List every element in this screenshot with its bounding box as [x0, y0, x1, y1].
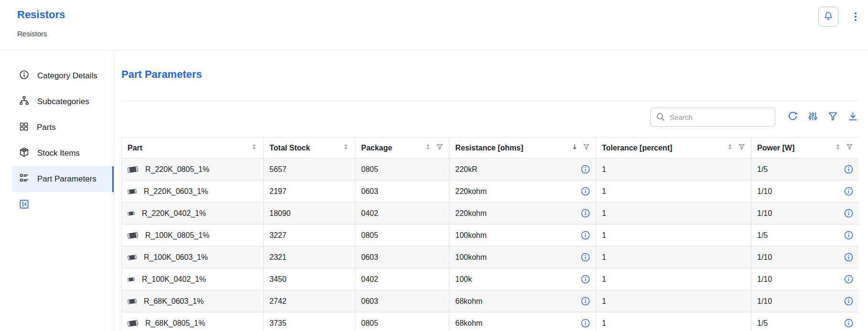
resistance-info-icon[interactable]: [581, 231, 590, 240]
column-filter-icon[interactable]: [583, 143, 590, 152]
table-row[interactable]: R_220K_0805_1%56570805220kR11/5: [122, 159, 859, 181]
power-info-icon[interactable]: [844, 187, 853, 196]
grid-icon: [19, 121, 29, 134]
cell-tolerance: 1: [596, 290, 751, 312]
resistance-info-icon[interactable]: [581, 319, 590, 328]
cell-package: 0805: [355, 224, 450, 246]
box-icon: [19, 147, 30, 160]
column-filter-icon[interactable]: [738, 143, 745, 152]
more-options-button[interactable]: [850, 11, 861, 23]
cell-total-stock: 2742: [264, 290, 355, 312]
cell-resistance: 220kohm: [450, 181, 596, 203]
cell-power: 1/10: [751, 203, 859, 224]
power-info-icon[interactable]: [844, 209, 853, 218]
resistance-info-icon[interactable]: [581, 187, 590, 196]
filter-button[interactable]: [827, 111, 838, 123]
cell-resistance: 68kohm: [450, 290, 596, 312]
cell-total-stock: 3450: [264, 268, 355, 290]
resistance-info-icon[interactable]: [581, 209, 590, 218]
sort-icon[interactable]: [425, 143, 431, 152]
table-toolbar: [650, 107, 858, 127]
resistance-value: 100kohm: [455, 253, 487, 262]
cell-part: R_100K_0805_1%: [122, 224, 264, 246]
cell-part: R_220K_0603_1%: [122, 181, 264, 203]
power-value: 1/5: [757, 319, 768, 328]
resistance-value: 220kR: [455, 165, 477, 174]
column-header[interactable]: Part: [122, 138, 264, 159]
sort-icon[interactable]: [343, 143, 349, 152]
table-row[interactable]: R_220K_0402_1%180900402220kohm11/10: [122, 203, 859, 224]
power-value: 1/10: [757, 275, 772, 284]
table-row[interactable]: R_68K_0603_1%2742060368kohm11/10: [122, 290, 859, 312]
part-name: R_100K_0805_1%: [145, 231, 209, 240]
sidebar-item-category-details[interactable]: Category Details: [12, 63, 114, 89]
info-circle-icon: [19, 69, 30, 83]
cell-power: 1/10: [751, 246, 859, 268]
part-thumbnail-icon: [128, 189, 137, 194]
power-info-icon[interactable]: [844, 297, 853, 306]
download-button[interactable]: [847, 111, 858, 123]
resistance-info-icon[interactable]: [581, 275, 590, 284]
column-header[interactable]: Package: [355, 138, 450, 159]
cell-tolerance: 1: [596, 203, 751, 224]
sort-icon[interactable]: [835, 143, 841, 152]
power-info-icon[interactable]: [844, 253, 853, 262]
notifications-button[interactable]: [818, 7, 838, 27]
sidebar-item-stock-items[interactable]: Stock Items: [12, 140, 114, 166]
sidebar-item-parts[interactable]: Parts: [12, 115, 114, 140]
table-row[interactable]: R_100K_0402_1%34500402100k11/10: [122, 268, 859, 290]
cell-tolerance: 1: [596, 159, 751, 181]
resistance-info-icon[interactable]: [581, 165, 590, 174]
resistance-info-icon[interactable]: [581, 297, 590, 306]
sidebar-item-part-parameters[interactable]: Part Parameters: [12, 166, 114, 192]
resistance-info-icon[interactable]: [581, 253, 590, 262]
column-header[interactable]: Tolerance [percent]: [596, 138, 751, 159]
part-name: R_220K_0805_1%: [145, 165, 209, 174]
sort-desc-icon[interactable]: [571, 143, 578, 152]
cell-package: 0603: [355, 290, 450, 312]
table-row[interactable]: R_220K_0603_1%21970603220kohm11/10: [122, 181, 859, 203]
column-label: Total Stock: [269, 144, 310, 152]
cell-power: 1/10: [751, 181, 859, 203]
sort-icon[interactable]: [251, 143, 257, 152]
table-row[interactable]: R_100K_0805_1%32270805100kohm11/5: [122, 224, 859, 246]
power-info-icon[interactable]: [844, 165, 853, 174]
column-label: Part: [128, 144, 142, 152]
cell-part: R_68K_0603_1%: [122, 290, 264, 312]
column-filter-icon[interactable]: [846, 143, 853, 152]
table-row[interactable]: R_68K_0805_1%3735080568kohm11/5: [122, 312, 859, 331]
collapse-sidebar-button[interactable]: [19, 199, 30, 211]
resistance-value: 220kohm: [455, 209, 487, 218]
power-info-icon[interactable]: [844, 231, 853, 240]
table-row[interactable]: R_100K_0603_1%23210603100kohm11/10: [122, 246, 859, 268]
column-filter-icon[interactable]: [436, 143, 443, 152]
cell-package: 0805: [355, 312, 450, 331]
column-label: Resistance [ohms]: [455, 144, 523, 152]
search-icon: [655, 112, 666, 124]
column-header[interactable]: Power [W]: [751, 138, 859, 159]
power-info-icon[interactable]: [844, 319, 853, 328]
column-header[interactable]: Total Stock: [264, 138, 355, 159]
sort-icon[interactable]: [727, 143, 733, 152]
column-header[interactable]: Resistance [ohms]: [450, 138, 596, 159]
column-label: Tolerance [percent]: [602, 144, 672, 152]
sidebar-item-label: Part Parameters: [37, 174, 96, 184]
cell-package: 0805: [355, 159, 450, 181]
cell-package: 0402: [355, 268, 450, 290]
sidebar-item-subcategories[interactable]: Subcategories: [12, 89, 114, 115]
column-settings-button[interactable]: [807, 111, 818, 123]
cell-resistance: 220kohm: [450, 203, 596, 224]
power-value: 1/10: [757, 209, 772, 218]
table-body: R_220K_0805_1%56570805220kR11/5R_220K_06…: [122, 159, 859, 331]
power-info-icon[interactable]: [844, 275, 853, 284]
cell-resistance: 68kohm: [450, 312, 596, 331]
column-label: Package: [361, 144, 392, 152]
cell-tolerance: 1: [596, 181, 751, 203]
search-box: [650, 107, 775, 127]
search-input[interactable]: [650, 107, 775, 127]
sidebar-item-label: Parts: [37, 123, 56, 132]
refresh-button[interactable]: [787, 111, 798, 123]
download-icon: [847, 111, 858, 123]
cell-part: R_100K_0402_1%: [122, 268, 264, 290]
page-header: Resistors Resistors: [0, 0, 868, 50]
